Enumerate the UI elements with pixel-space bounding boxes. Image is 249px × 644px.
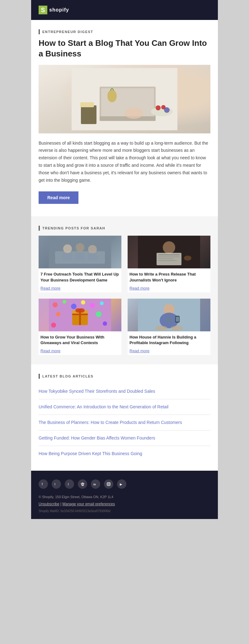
svg-rect-27	[158, 260, 177, 261]
youtube-icon[interactable]: ▶	[117, 479, 126, 489]
twitter-icon[interactable]: t	[52, 479, 61, 489]
svg-text:▶: ▶	[120, 483, 122, 486]
svg-point-16	[76, 243, 84, 252]
svg-point-34	[90, 303, 95, 308]
trending-title-2: How to Write a Press Release That Journa…	[129, 272, 209, 283]
latest-item-3: The Business of Planners: How to Create …	[39, 415, 210, 430]
featured-section: ENTREPRENEUR DIGEST How to Start a Blog …	[31, 20, 218, 216]
trending-read-more-1[interactable]: Read more	[40, 286, 60, 291]
latest-list: How Tokyobike Synced Their Storefronts a…	[39, 384, 210, 461]
trending-card-4: How House of Hannie Is Building a Profit…	[128, 299, 210, 355]
latest-item-2: Unified Commerce: An Introduction to the…	[39, 399, 210, 415]
svg-rect-5	[81, 105, 96, 124]
trending-read-more-3[interactable]: Read more	[40, 348, 60, 353]
svg-rect-51	[176, 317, 179, 322]
trending-tag-row: TRENDING POSTS FOR SARAH	[39, 226, 210, 231]
svg-point-45	[78, 308, 85, 313]
svg-point-36	[56, 312, 60, 316]
svg-rect-25	[158, 257, 180, 257]
svg-rect-18	[63, 253, 72, 261]
latest-section: LATEST BLOG ARTICLES How Tokyobike Synce…	[31, 364, 218, 471]
featured-title: How to Start a Blog That You Can Grow In…	[39, 38, 210, 59]
svg-point-52	[155, 326, 167, 331]
latest-item-5: How Being Purpose Driven Kept This Busin…	[39, 446, 210, 461]
trending-image-4	[128, 299, 210, 331]
svg-point-9	[156, 105, 161, 110]
latest-tag-row: LATEST BLOG ARTICLES	[39, 374, 210, 379]
svg-point-61	[110, 483, 110, 483]
latest-item-1: How Tokyobike Synced Their Storefronts a…	[39, 384, 210, 399]
featured-tag-label: ENTREPRENEUR DIGEST	[42, 30, 93, 34]
trending-title-1: 7 Free Outreach Tools That Will Level Up…	[40, 272, 120, 283]
linkedin-icon[interactable]: in	[91, 479, 100, 489]
svg-point-53	[171, 326, 183, 331]
logo-text: shopify	[49, 7, 69, 13]
tag-bar-icon	[39, 29, 40, 34]
svg-text:👻: 👻	[81, 482, 85, 486]
svg-point-35	[100, 301, 104, 305]
footer-copyright: © Shopify, 150 Elgin Street, Ottawa ON, …	[39, 495, 210, 499]
trending-read-more-4[interactable]: Read more	[129, 348, 149, 353]
svg-rect-42	[79, 310, 81, 325]
featured-image	[39, 65, 210, 133]
logo-s-icon: S	[39, 6, 47, 14]
svg-rect-43	[72, 314, 88, 315]
trending-image-1	[39, 236, 121, 268]
svg-rect-7	[80, 102, 94, 107]
svg-point-11	[164, 107, 170, 113]
svg-rect-26	[158, 258, 174, 259]
trending-tag-label: TRENDING POSTS FOR SARAH	[42, 226, 105, 230]
trending-section: TRENDING POSTS FOR SARAH	[31, 216, 218, 364]
latest-item-4: Getting Funded: How Gender Bias Affects …	[39, 430, 210, 446]
latest-link-4[interactable]: Getting Funded: How Gender Bias Affects …	[39, 435, 155, 440]
svg-text:f: f	[42, 482, 43, 486]
svg-rect-49	[165, 318, 173, 322]
svg-point-22	[163, 241, 175, 254]
svg-point-33	[81, 300, 85, 305]
trending-title-4: How House of Hannie Is Building a Profit…	[129, 334, 209, 346]
snapchat-icon[interactable]: 👻	[78, 479, 87, 489]
svg-text:t: t	[54, 483, 55, 486]
latest-link-2[interactable]: Unified Commerce: An Introduction to the…	[39, 404, 168, 409]
unsubscribe-link[interactable]: Unsubscribe	[39, 502, 59, 506]
footer: f t t 👻 in ▶	[31, 471, 218, 519]
latest-link-3[interactable]: The Business of Planners: How to Create …	[39, 420, 182, 425]
svg-text:in: in	[93, 483, 96, 486]
footer-links-row: Unsubscribe | Manage your email preferen…	[39, 502, 210, 506]
hero-illustration	[72, 68, 177, 130]
trending-read-more-2[interactable]: Read more	[129, 286, 149, 291]
svg-rect-19	[75, 253, 85, 261]
trending-card-2: How to Write a Press Release That Journa…	[128, 236, 210, 292]
latest-link-1[interactable]: How Tokyobike Synced Their Storefronts a…	[39, 389, 155, 394]
instagram-icon[interactable]	[104, 479, 113, 489]
svg-point-32	[71, 304, 77, 309]
tumblr-icon[interactable]: t	[65, 479, 74, 489]
featured-read-more-button[interactable]: Read more	[39, 191, 78, 204]
trending-title-3: How to Grow Your Business With Giveaways…	[40, 334, 120, 346]
latest-tag-label: LATEST BLOG ARTICLES	[42, 374, 93, 378]
trending-card-1: 7 Free Outreach Tools That Will Level Up…	[39, 236, 121, 292]
svg-point-31	[63, 300, 66, 304]
svg-rect-24	[158, 254, 180, 255]
svg-point-39	[51, 323, 56, 328]
svg-point-12	[107, 90, 117, 102]
svg-point-15	[63, 244, 72, 253]
featured-body: Businesses of all kinds start blogging a…	[39, 140, 210, 184]
svg-point-37	[96, 311, 101, 317]
latest-link-5[interactable]: How Being Purpose Driven Kept This Busin…	[39, 451, 142, 456]
svg-point-17	[88, 245, 97, 254]
header: S shopify	[31, 0, 218, 20]
logo: S shopify	[39, 6, 69, 14]
trending-grid: 7 Free Outreach Tools That Will Level Up…	[39, 236, 210, 355]
svg-rect-20	[88, 253, 97, 261]
svg-point-30	[53, 302, 58, 307]
manage-preferences-link[interactable]: Manage your email preferences	[63, 502, 115, 506]
trending-tag-bar-icon	[39, 226, 40, 231]
social-icons-row: f t t 👻 in ▶	[39, 479, 210, 489]
featured-tag-row: ENTREPRENEUR DIGEST	[39, 29, 210, 34]
svg-point-38	[103, 321, 107, 326]
svg-point-4	[125, 108, 143, 119]
svg-text:t: t	[68, 483, 69, 486]
facebook-icon[interactable]: f	[39, 479, 48, 489]
latest-tag-bar-icon	[39, 374, 40, 379]
